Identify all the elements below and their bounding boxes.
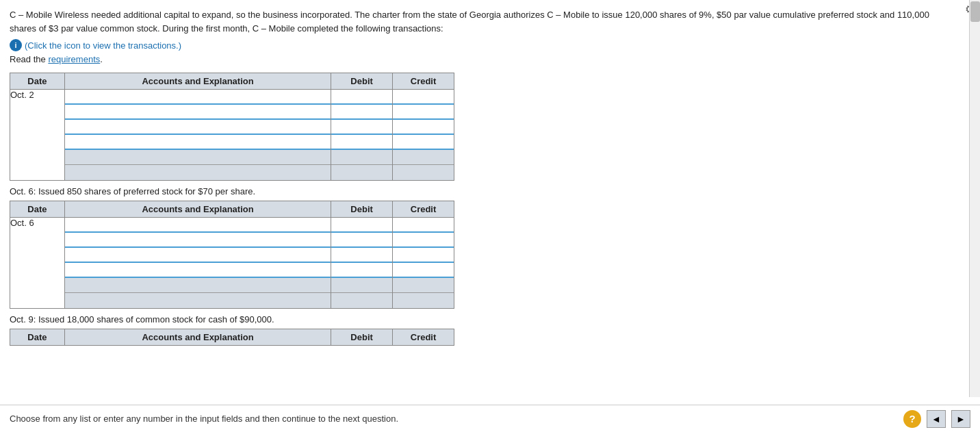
debit-input-2-3[interactable]	[331, 248, 392, 262]
credit-input-1-1[interactable]	[393, 90, 454, 103]
nav-back-button[interactable]: ◄	[927, 410, 946, 428]
debit-row-oct6-2[interactable]	[331, 233, 392, 248]
acct-input-1-2[interactable]	[65, 105, 331, 118]
header-debit-3: Debit	[331, 329, 393, 346]
debit-input-2-4[interactable]	[331, 263, 392, 277]
acct-input-2-2[interactable]	[65, 233, 331, 246]
footer-instruction: Choose from any list or enter any number…	[10, 414, 398, 424]
description-text: C – Mobile Wireless needed additional ca…	[10, 8, 955, 35]
acct-row-oct6-2[interactable]	[65, 233, 331, 248]
credit-row-6	[393, 165, 454, 180]
acct-row-4[interactable]	[65, 135, 331, 150]
credit-input-2-3[interactable]	[393, 248, 454, 262]
main-content: C – Mobile Wireless needed additional ca…	[0, 0, 965, 385]
section-oct2: Date Accounts and Explanation Debit Cred…	[10, 73, 955, 181]
acct-row-6	[65, 165, 331, 180]
requirements-link[interactable]: requirements	[48, 54, 100, 64]
credit-input-1-2[interactable]	[393, 105, 454, 118]
header-date-1: Date	[10, 73, 65, 90]
debit-row-4[interactable]	[331, 135, 392, 150]
nav-forward-button[interactable]: ►	[951, 410, 970, 428]
credit-input-2-1[interactable]	[393, 218, 454, 231]
debit-row-oct6-1[interactable]	[331, 218, 392, 233]
debit-row-oct6-4[interactable]	[331, 263, 392, 278]
acct-input-2-3[interactable]	[65, 248, 331, 262]
debit-row-oct6-5	[331, 278, 392, 293]
debit-row-1[interactable]	[331, 90, 392, 105]
requirements-suffix: .	[100, 54, 103, 64]
header-accounts-3: Accounts and Explanation	[64, 329, 331, 346]
requirements-row: Read the requirements.	[10, 54, 955, 64]
journal-table-oct2: Date Accounts and Explanation Debit Cred…	[10, 73, 454, 181]
debit-input-1-1[interactable]	[331, 90, 392, 103]
scrollbar-thumb[interactable]	[970, 1, 980, 22]
table-row: Oct. 2	[10, 90, 454, 181]
credit-row-2[interactable]	[393, 105, 454, 120]
credit-row-3[interactable]	[393, 120, 454, 135]
info-row: i (Click the icon to view the transactio…	[10, 39, 955, 51]
acct-row-oct6-1[interactable]	[65, 218, 331, 233]
debit-row-2[interactable]	[331, 105, 392, 120]
acct-row-oct6-3[interactable]	[65, 248, 331, 263]
credit-row-5	[393, 150, 454, 165]
acct-input-2-1[interactable]	[65, 218, 331, 231]
credit-row-oct6-2[interactable]	[393, 233, 454, 248]
acct-row-2[interactable]	[65, 105, 331, 120]
credit-input-1-3[interactable]	[393, 120, 454, 134]
oct9-label: Oct. 9: Issued 18,000 shares of common s…	[10, 314, 955, 325]
header-accounts-2: Accounts and Explanation	[64, 201, 331, 218]
credit-row-oct6-5	[393, 278, 454, 293]
header-credit-3: Credit	[393, 329, 454, 346]
journal-table-oct9: Date Accounts and Explanation Debit Cred…	[10, 329, 454, 346]
credit-row-1[interactable]	[393, 90, 454, 105]
acct-input-2-4[interactable]	[65, 263, 331, 277]
oct6-label: Oct. 6: Issued 850 shares of preferred s…	[10, 186, 955, 196]
debit-row-oct6-6	[331, 293, 392, 308]
debit-row-5	[331, 150, 392, 165]
info-icon[interactable]: i	[10, 39, 22, 51]
scrollbar[interactable]	[969, 0, 980, 397]
credit-input-1-4[interactable]	[393, 135, 454, 149]
acct-input-1-3[interactable]	[65, 120, 331, 134]
acct-row-oct6-6	[65, 293, 331, 308]
credit-row-oct6-1[interactable]	[393, 218, 454, 233]
credit-cell-oct6	[393, 218, 454, 309]
header-date-2: Date	[10, 201, 65, 218]
help-button[interactable]: ?	[903, 410, 921, 428]
acct-input-1-4[interactable]	[65, 135, 331, 149]
table-row: Oct. 6	[10, 218, 454, 309]
footer: Choose from any list or enter any number…	[0, 405, 980, 432]
credit-cell-oct2	[393, 90, 454, 181]
debit-input-1-2[interactable]	[331, 105, 392, 118]
section-oct9: Oct. 9: Issued 18,000 shares of common s…	[10, 314, 955, 346]
acct-row-1[interactable]	[65, 90, 331, 105]
debit-input-1-4[interactable]	[331, 135, 392, 149]
debit-row-3[interactable]	[331, 120, 392, 135]
header-date-3: Date	[10, 329, 65, 346]
debit-input-2-1[interactable]	[331, 218, 392, 231]
journal-table-oct6: Date Accounts and Explanation Debit Cred…	[10, 201, 454, 309]
header-accounts-1: Accounts and Explanation	[64, 73, 331, 90]
header-credit-1: Credit	[393, 73, 454, 90]
acct-input-1-1[interactable]	[65, 90, 331, 103]
header-credit-2: Credit	[393, 201, 454, 218]
acct-row-5	[65, 150, 331, 165]
credit-row-4[interactable]	[393, 135, 454, 150]
credit-row-oct6-3[interactable]	[393, 248, 454, 263]
header-debit-1: Debit	[331, 73, 393, 90]
debit-input-2-2[interactable]	[331, 233, 392, 246]
debit-row-oct6-3[interactable]	[331, 248, 392, 263]
page-wrapper: ⚙ C – Mobile Wireless needed additional …	[0, 0, 980, 432]
info-link[interactable]: (Click the icon to view the transactions…	[25, 40, 181, 51]
debit-input-1-3[interactable]	[331, 120, 392, 134]
acct-row-3[interactable]	[65, 120, 331, 135]
debit-row-6	[331, 165, 392, 180]
acct-row-oct6-4[interactable]	[65, 263, 331, 278]
credit-input-2-4[interactable]	[393, 263, 454, 277]
debit-cell-oct2	[331, 90, 393, 181]
credit-row-oct6-4[interactable]	[393, 263, 454, 278]
accounts-cell-oct6	[64, 218, 331, 309]
date-cell-oct6: Oct. 6	[10, 218, 65, 309]
credit-input-2-2[interactable]	[393, 233, 454, 246]
credit-row-oct6-6	[393, 293, 454, 308]
